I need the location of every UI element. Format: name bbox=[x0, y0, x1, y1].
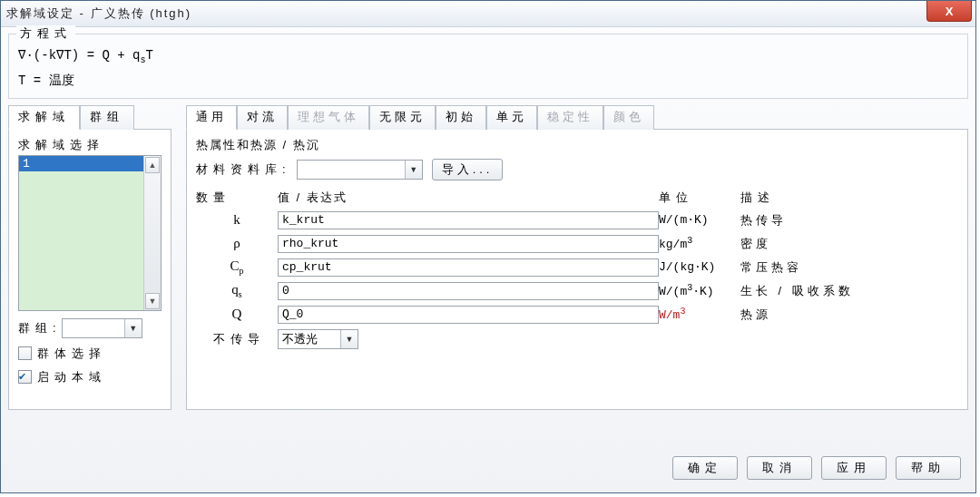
material-combo[interactable]: ▼ bbox=[297, 160, 423, 180]
listbox-scrollbar[interactable]: ▲ ▼ bbox=[143, 156, 161, 310]
window-title: 求解域设定 - 广义热传 (htgh) bbox=[6, 5, 191, 22]
main-row: 求解域 群组 求解域选择 1 ▲ ▼ bbox=[8, 104, 968, 422]
header-description: 描述 bbox=[740, 190, 958, 206]
enable-domain-label: 启动本域 bbox=[37, 369, 106, 385]
header-unit: 单位 bbox=[659, 190, 740, 206]
right-panel: 热属性和热源 / 热沉 材料资料库: ▼ 导入... 数量 值 / 表达式 单位 bbox=[186, 129, 968, 410]
left-tabs: 求解域 群组 bbox=[8, 104, 172, 129]
client-area: 方程式 ∇·(-k∇T) = Q + qsT T = 温度 求解域 群组 求解域… bbox=[8, 34, 968, 485]
dialog-window: 求解域设定 - 广义热传 (htgh) X 方程式 ∇·(-k∇T) = Q +… bbox=[0, 0, 976, 493]
value-input[interactable] bbox=[278, 258, 659, 277]
material-label: 材料资料库: bbox=[196, 161, 291, 178]
right-tabs: 通用对流理想气体无限元初始单元稳定性颜色 bbox=[186, 104, 968, 129]
tab-无限元[interactable]: 无限元 bbox=[369, 105, 436, 130]
footer-buttons: 确定 取消 应用 帮助 bbox=[672, 456, 961, 480]
scroll-up-icon[interactable]: ▲ bbox=[145, 157, 160, 173]
header-value: 值 / 表达式 bbox=[278, 190, 659, 206]
domain-listbox[interactable]: 1 ▲ ▼ bbox=[18, 155, 162, 311]
domain-select-label: 求解域选择 bbox=[18, 137, 162, 153]
description-label: 常压热容 bbox=[740, 259, 958, 276]
description-label: 热源 bbox=[740, 307, 958, 323]
tab-group[interactable]: 群组 bbox=[80, 105, 134, 130]
group-select-checkbox-row: 群体选择 bbox=[18, 346, 162, 362]
quantity-symbol: k bbox=[196, 212, 278, 228]
unit-label: J/(kg·K) bbox=[659, 260, 740, 274]
group-combo[interactable]: ▼ bbox=[62, 318, 142, 338]
value-input[interactable] bbox=[278, 211, 659, 229]
help-button[interactable]: 帮助 bbox=[896, 456, 961, 480]
material-row: 材料资料库: ▼ 导入... bbox=[196, 159, 958, 180]
enable-domain-checkbox[interactable] bbox=[18, 370, 32, 384]
enable-domain-checkbox-row: 启动本域 bbox=[18, 369, 162, 385]
tab-初始[interactable]: 初始 bbox=[436, 105, 486, 130]
scroll-down-icon[interactable]: ▼ bbox=[145, 293, 160, 309]
quantity-symbol: ρ bbox=[196, 236, 278, 251]
unit-label: kg/m3 bbox=[659, 236, 740, 251]
group-combo-row: 群组: ▼ bbox=[18, 318, 162, 338]
import-button[interactable]: 导入... bbox=[432, 159, 504, 180]
chevron-down-icon: ▼ bbox=[405, 161, 422, 179]
quantity-symbol: Cp bbox=[196, 258, 278, 276]
equation-legend: 方程式 bbox=[16, 25, 75, 42]
value-input[interactable] bbox=[278, 306, 659, 324]
value-input[interactable] bbox=[278, 282, 659, 300]
chevron-down-icon: ▼ bbox=[124, 319, 142, 337]
group-select-label: 群体选择 bbox=[37, 346, 106, 362]
cancel-button[interactable]: 取消 bbox=[747, 456, 812, 480]
group-label: 群组: bbox=[18, 320, 62, 336]
close-button[interactable]: X bbox=[926, 1, 972, 22]
equation-line-1: ∇·(-k∇T) = Q + qsT bbox=[18, 47, 958, 65]
equation-box: 方程式 ∇·(-k∇T) = Q + qsT T = 温度 bbox=[8, 34, 968, 99]
value-input[interactable] bbox=[278, 235, 659, 253]
equation-line-2: T = 温度 bbox=[18, 73, 958, 89]
tab-颜色: 颜色 bbox=[603, 105, 654, 130]
ok-button[interactable]: 确定 bbox=[672, 456, 738, 480]
opaque-combo[interactable]: 不透光 ▼ bbox=[278, 329, 358, 349]
apply-button[interactable]: 应用 bbox=[821, 456, 887, 480]
unit-label: W/(m·K) bbox=[659, 213, 740, 227]
domain-list-items: 1 bbox=[19, 156, 143, 310]
opaque-label: 不传导 bbox=[196, 331, 278, 347]
tab-通用[interactable]: 通用 bbox=[186, 105, 237, 130]
description-label: 密度 bbox=[740, 236, 958, 252]
description-label: 热传导 bbox=[740, 212, 958, 229]
left-panel: 求解域选择 1 ▲ ▼ 群组: bbox=[8, 129, 172, 410]
opaque-combo-value: 不透光 bbox=[279, 331, 340, 347]
tab-单元[interactable]: 单元 bbox=[486, 105, 537, 130]
quantity-symbol: Q bbox=[196, 307, 278, 322]
tab-理想气体: 理想气体 bbox=[288, 105, 369, 130]
unit-label: W/m3 bbox=[659, 307, 740, 322]
tab-对流[interactable]: 对流 bbox=[237, 105, 288, 130]
section-title: 热属性和热源 / 热沉 bbox=[196, 137, 958, 153]
chevron-down-icon: ▼ bbox=[340, 330, 358, 348]
description-label: 生长 / 吸收系数 bbox=[740, 283, 958, 299]
quantity-symbol: qs bbox=[196, 282, 278, 299]
group-select-checkbox[interactable] bbox=[18, 346, 32, 360]
tab-domain[interactable]: 求解域 bbox=[8, 105, 80, 130]
close-icon: X bbox=[946, 5, 954, 18]
titlebar: 求解域设定 - 广义热传 (htgh) X bbox=[1, 1, 975, 27]
left-side: 求解域 群组 求解域选择 1 ▲ ▼ bbox=[8, 104, 172, 410]
unit-label: W/(m3·K) bbox=[659, 283, 740, 298]
tab-稳定性: 稳定性 bbox=[537, 105, 603, 130]
header-quantity: 数量 bbox=[196, 190, 278, 206]
list-item[interactable]: 1 bbox=[19, 156, 143, 171]
opaque-row: 不传导 不透光 ▼ bbox=[196, 329, 958, 349]
right-side: 通用对流理想气体无限元初始单元稳定性颜色 热属性和热源 / 热沉 材料资料库: … bbox=[186, 104, 968, 410]
properties-grid: 数量 值 / 表达式 单位 描述 kW/(m·K)热传导ρkg/m3密度CpJ/… bbox=[196, 190, 958, 324]
